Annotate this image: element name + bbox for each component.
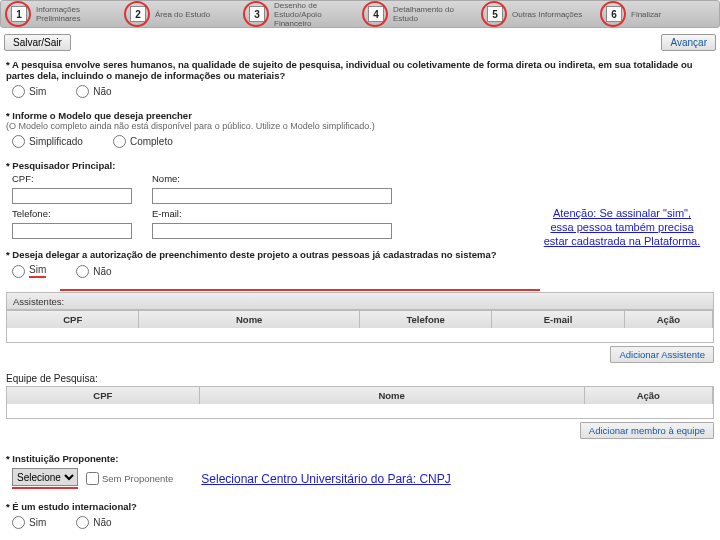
radio-completo[interactable]: Completo [113,135,173,148]
label-cpf: CPF: [12,173,142,184]
telefone-input[interactable] [12,223,132,239]
radio-simplificado[interactable]: Simplificado [12,135,83,148]
equipe-title: Equipe de Pesquisa: [0,363,720,386]
radio-sim[interactable]: Sim [12,85,46,98]
radios-model: Simplificado Completo [6,131,714,152]
question-international: * É um estudo internacional? [6,501,714,512]
cpf-input[interactable] [12,188,132,204]
model-hint: (O Modelo completo ainda não está dispon… [6,121,714,131]
eq-col-acao: Ação [585,387,713,404]
assistentes-table: CPF Nome Telefone E-mail Ação [6,310,714,343]
col-nome: Nome [139,311,360,328]
radio-delegate-nao[interactable]: Não [76,264,111,278]
radio-nao[interactable]: Não [76,85,111,98]
radios-international: Sim Não [6,512,714,533]
step-2[interactable]: 2 Área do Estudo [122,2,241,26]
annotation-select-cnpj: Selecionar Centro Universitário do Pará:… [201,472,450,486]
email-input[interactable] [152,223,392,239]
question-human-subjects: * A pesquisa envolve seres humanos, na q… [6,59,714,81]
ring-icon [600,1,626,27]
assistentes-header: Assistentes: [6,292,714,310]
radio-int-sim[interactable]: Sim [12,516,46,529]
eq-col-nome: Nome [200,387,585,404]
radios-human-subjects: Sim Não [6,81,714,102]
equipe-empty [7,404,713,418]
radio-delegate-sim[interactable]: Sim [12,264,46,278]
add-equipe-button[interactable]: Adicionar membro à equipe [580,422,714,439]
question-delegate: * Deseja delegar a autorização de preenc… [6,249,714,260]
instituicao-select[interactable]: Selecione [12,468,78,486]
col-acao: Ação [625,311,713,328]
instituicao-label: * Instituição Proponente: [6,453,714,464]
label-email: E-mail: [152,208,402,219]
ring-icon [124,1,150,27]
callout-attention: Atenção: Se assinalar "sim", essa pessoa… [542,206,702,248]
radio-int-nao[interactable]: Não [76,516,111,529]
assistentes-empty [7,328,713,342]
equipe-table: CPF Nome Ação [6,386,714,419]
step-3[interactable]: 3 Desenho de Estudo/Apoio Financeiro [241,1,360,28]
step-4[interactable]: 4 Detalhamento do Estudo [360,2,479,26]
sem-proponente-check[interactable]: Sem Proponente [86,472,173,485]
step-6[interactable]: 6 Finalizar [598,2,717,26]
ring-icon [481,1,507,27]
step-1[interactable]: 1 Informações Preliminares [3,2,122,26]
label-telefone: Telefone: [12,208,142,219]
stepper: 1 Informações Preliminares 2 Área do Est… [0,0,720,28]
next-button[interactable]: Avançar [661,34,716,51]
ring-icon [362,1,388,27]
col-telefone: Telefone [360,311,492,328]
question-model: * Informe o Modelo que deseja preencher [6,110,714,121]
nome-input[interactable] [152,188,392,204]
add-assistente-button[interactable]: Adicionar Assistente [610,346,714,363]
ring-icon [243,1,269,27]
label-nome: Nome: [152,173,402,184]
radios-delegate: Sim Não [6,260,714,282]
step-5[interactable]: 5 Outras Informações [479,2,598,26]
col-cpf: CPF [7,311,139,328]
toolbar: Salvar/Sair Avançar [0,28,720,57]
pointer-line [60,289,540,291]
principal-researcher-title: * Pesquisador Principal: [6,160,714,171]
col-email: E-mail [492,311,624,328]
eq-col-cpf: CPF [7,387,200,404]
ring-icon [5,1,31,27]
save-exit-button[interactable]: Salvar/Sair [4,34,71,51]
